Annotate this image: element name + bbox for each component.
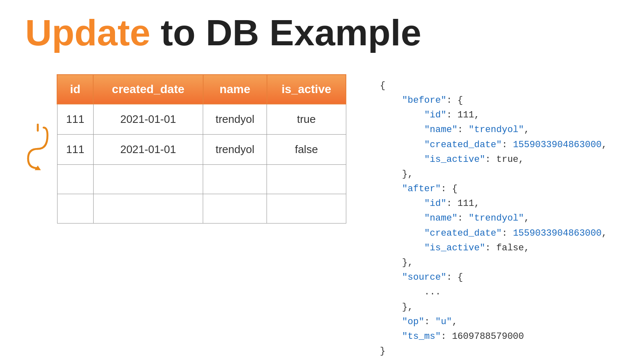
cell-active-2: false (267, 134, 346, 164)
col-header-name: name (203, 75, 267, 104)
table-row: 111 2021-01-01 trendyol false (57, 134, 346, 164)
json-line: "is_active": true, (380, 152, 608, 167)
json-line: "name": "trendyol", (380, 122, 608, 137)
update-arrow (25, 124, 50, 174)
cell-empty (93, 164, 203, 194)
json-line: "created_date": 1559033904863000, (380, 138, 608, 152)
col-header-id: id (57, 75, 93, 104)
db-table: id created_date name is_active 111 2021-… (57, 74, 346, 224)
cell-empty (267, 194, 346, 223)
json-line: "after": { (380, 182, 608, 196)
col-header-is-active: is_active (267, 75, 346, 104)
json-line: }, (380, 255, 608, 270)
json-line: "ts_ms": 1609788579000 (380, 329, 608, 344)
table-section: id created_date name is_active 111 2021-… (25, 74, 346, 224)
json-line: "id": 111, (380, 108, 608, 122)
json-line: "op": "u", (380, 315, 608, 329)
cell-empty (57, 194, 93, 223)
cell-name-1: trendyol (203, 104, 267, 135)
json-line: "id": 111, (380, 196, 608, 211)
content-area: id created_date name is_active 111 2021-… (25, 74, 608, 359)
json-code-block: { "before": { "id": 111, "name": "trendy… (380, 74, 608, 359)
table-header-row: id created_date name is_active (57, 75, 346, 104)
cell-empty (203, 164, 267, 194)
cell-date-1: 2021-01-01 (93, 104, 203, 135)
json-line: } (380, 344, 608, 359)
cell-date-2: 2021-01-01 (93, 134, 203, 164)
json-line: "source": { (380, 270, 608, 285)
json-line: ... (380, 285, 608, 299)
update-arrow-icon (25, 124, 50, 174)
cell-empty (93, 194, 203, 223)
cell-empty (203, 194, 267, 223)
table-row: 111 2021-01-01 trendyol true (57, 104, 346, 135)
json-line: { (380, 78, 608, 93)
page-title: Update to DB Example (25, 13, 608, 53)
table-row (57, 194, 346, 223)
title-highlight: Update (25, 12, 150, 53)
cell-id-1: 111 (57, 104, 93, 135)
json-line: "before": { (380, 93, 608, 108)
col-header-created-date: created_date (93, 75, 203, 104)
page: Update to DB Example i (0, 0, 633, 364)
json-line: "name": "trendyol", (380, 211, 608, 226)
cell-active-1: true (267, 104, 346, 135)
json-line: }, (380, 167, 608, 182)
cell-id-2: 111 (57, 134, 93, 164)
table-row (57, 164, 346, 194)
cell-empty (267, 164, 346, 194)
title-rest: to DB Example (150, 12, 421, 53)
json-line: "is_active": false, (380, 241, 608, 255)
json-line: "created_date": 1559033904863000, (380, 226, 608, 241)
cell-empty (57, 164, 93, 194)
json-line: }, (380, 300, 608, 315)
cell-name-2: trendyol (203, 134, 267, 164)
